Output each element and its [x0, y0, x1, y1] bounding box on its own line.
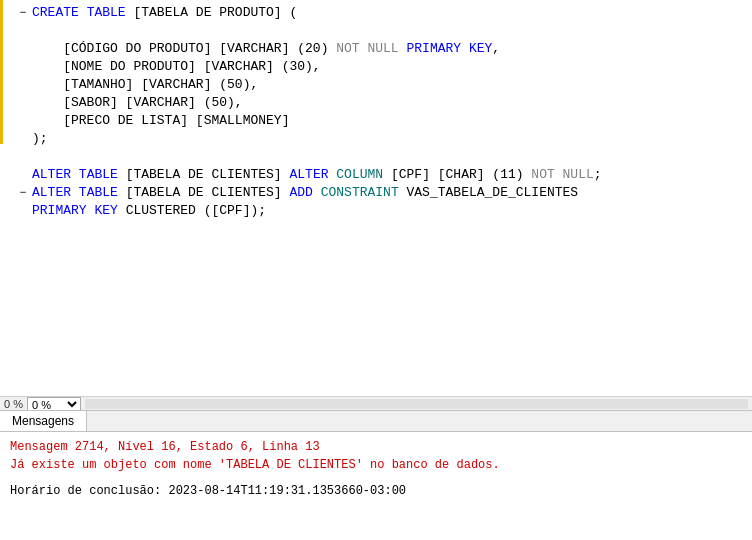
token: [71, 185, 79, 200]
token: ALTER: [32, 167, 71, 182]
scrollbar-area: 0 % 0 %25 %50 %75 %100 %: [0, 396, 752, 410]
token: );: [32, 131, 48, 146]
code-line: [SABOR] [VARCHAR] (50),: [16, 94, 752, 112]
collapse-gutter[interactable]: −: [16, 184, 30, 202]
code-line: [PRECO DE LISTA] [SMALLMONEY]: [16, 112, 752, 130]
token: ,: [492, 41, 500, 56]
token: [313, 185, 321, 200]
token: NOT NULL: [531, 167, 593, 182]
messages-panel: Mensagens Mensagem 2714, Nível 16, Estad…: [0, 410, 752, 540]
token: COLUMN: [336, 167, 383, 182]
line-content: [SABOR] [VARCHAR] (50),: [30, 94, 243, 112]
code-editor[interactable]: −CREATE TABLE [TABELA DE PRODUTO] ( [CÓD…: [0, 0, 752, 396]
token: ;: [594, 167, 602, 182]
message-line: Já existe um objeto com nome 'TABELA DE …: [10, 456, 742, 474]
code-line: −CREATE TABLE [TABELA DE PRODUTO] (: [16, 4, 752, 22]
code-line: PRIMARY KEY CLUSTERED ([CPF]);: [16, 202, 752, 220]
code-line: [CÓDIGO DO PRODUTO] [VARCHAR] (20) NOT N…: [16, 40, 752, 58]
token: [79, 5, 87, 20]
token: CREATE: [32, 5, 79, 20]
message-line: [10, 474, 742, 482]
token: [TABELA DE CLIENTES]: [118, 185, 290, 200]
messages-content: Mensagem 2714, Nível 16, Estado 6, Linha…: [0, 432, 752, 540]
line-content: ALTER TABLE [TABELA DE CLIENTES] ALTER C…: [30, 166, 602, 184]
token: VAS_TABELA_DE_CLIENTES: [399, 185, 578, 200]
token: PRIMARY KEY: [32, 203, 118, 218]
token: TABLE: [79, 185, 118, 200]
collapse-gutter[interactable]: −: [16, 4, 30, 22]
code-line: [NOME DO PRODUTO] [VARCHAR] (30),: [16, 58, 752, 76]
code-line: [16, 22, 752, 40]
line-content: ALTER TABLE [TABELA DE CLIENTES] ADD CON…: [30, 184, 578, 202]
token: TABLE: [87, 5, 126, 20]
code-line: [16, 148, 752, 166]
token: PRIMARY KEY: [406, 41, 492, 56]
line-content: [TAMANHO] [VARCHAR] (50),: [30, 76, 258, 94]
line-content: [NOME DO PRODUTO] [VARCHAR] (30),: [30, 58, 321, 76]
token: ALTER: [289, 167, 328, 182]
code-line: ALTER TABLE [TABELA DE CLIENTES] ALTER C…: [16, 166, 752, 184]
code-line: [TAMANHO] [VARCHAR] (50),: [16, 76, 752, 94]
zoom-select[interactable]: 0 %25 %50 %75 %100 %: [27, 397, 81, 411]
token: ADD: [289, 185, 312, 200]
line-content: PRIMARY KEY CLUSTERED ([CPF]);: [30, 202, 266, 220]
token: CLUSTERED ([CPF]);: [118, 203, 266, 218]
messages-tab-bar: Mensagens: [0, 411, 752, 432]
token: [PRECO DE LISTA] [SMALLMONEY]: [32, 113, 289, 128]
horizontal-scrollbar[interactable]: [85, 399, 748, 409]
token: TABLE: [79, 167, 118, 182]
token: ALTER: [32, 185, 71, 200]
code-line: );: [16, 130, 752, 148]
token: [CPF] [CHAR] (11): [383, 167, 531, 182]
message-line: Mensagem 2714, Nível 16, Estado 6, Linha…: [10, 438, 742, 456]
token: NOT NULL: [336, 41, 398, 56]
editor-area: −CREATE TABLE [TABELA DE PRODUTO] ( [CÓD…: [0, 0, 752, 396]
token: [CÓDIGO DO PRODUTO] [VARCHAR] (20): [32, 41, 336, 56]
token: [TAMANHO] [VARCHAR] (50),: [32, 77, 258, 92]
token: [TABELA DE PRODUTO] (: [126, 5, 298, 20]
line-content: [CÓDIGO DO PRODUTO] [VARCHAR] (20) NOT N…: [30, 40, 500, 58]
zoom-label: 0 %: [4, 398, 23, 410]
line-content: CREATE TABLE [TABELA DE PRODUTO] (: [30, 4, 297, 22]
token: [SABOR] [VARCHAR] (50),: [32, 95, 243, 110]
code-line: −ALTER TABLE [TABELA DE CLIENTES] ADD CO…: [16, 184, 752, 202]
token: [NOME DO PRODUTO] [VARCHAR] (30),: [32, 59, 321, 74]
messages-tab[interactable]: Mensagens: [0, 411, 87, 431]
line-content: [PRECO DE LISTA] [SMALLMONEY]: [30, 112, 289, 130]
token: [TABELA DE CLIENTES]: [118, 167, 290, 182]
line-content: );: [30, 130, 48, 148]
token: [71, 167, 79, 182]
message-line: Horário de conclusão: 2023-08-14T11:19:3…: [10, 482, 742, 500]
token: CONSTRAINT: [321, 185, 399, 200]
